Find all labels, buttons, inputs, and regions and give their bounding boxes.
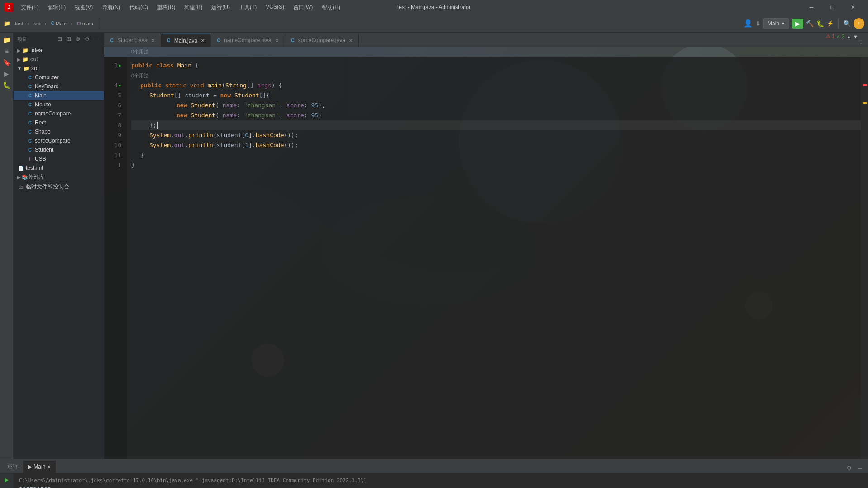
- code-line-6: new Student( name: "zhangsan", score: 95…: [131, 100, 861, 110]
- code-content[interactable]: public class Main { 0个用法 public static v…: [127, 57, 861, 459]
- file-tree: 项目 ⊟ ⊞ ⊛ ⚙ ─ ▶ 📁 .idea ▶ 📁 out ▼ 📁 src: [14, 33, 104, 459]
- error-marker: [863, 84, 867, 86]
- project-icon[interactable]: 📁: [2, 35, 12, 45]
- bracket-open: {: [195, 61, 199, 71]
- maximize-button[interactable]: □: [822, 0, 843, 14]
- tab-main[interactable]: C Main.java ✕: [161, 34, 211, 47]
- collapse-all-icon[interactable]: ⊟: [56, 35, 64, 43]
- cls-student3: Student: [191, 100, 215, 110]
- tree-close-icon[interactable]: ─: [92, 35, 100, 43]
- notifications-button[interactable]: !: [854, 18, 864, 29]
- java-class-icon: C: [290, 37, 296, 43]
- java-class-icon: C: [26, 128, 33, 135]
- tree-item-namecompare[interactable]: C nameCompare: [14, 109, 104, 118]
- run-icon[interactable]: ▶: [2, 69, 12, 79]
- dot1: .: [171, 130, 174, 140]
- kw-new3: new: [176, 110, 191, 120]
- tab-namecompare[interactable]: C nameCompare.java ✕: [211, 34, 285, 47]
- menu-tools[interactable]: 工具(T): [235, 3, 260, 12]
- menu-navigate[interactable]: 导航(N): [98, 3, 124, 12]
- menu-refactor[interactable]: 重构(R): [153, 3, 179, 12]
- debug-button[interactable]: 🐛: [816, 20, 824, 27]
- minimize-button[interactable]: ─: [801, 0, 822, 14]
- tree-item-student[interactable]: C Student: [14, 145, 104, 154]
- var-student: student: [185, 91, 213, 100]
- menu-help[interactable]: 帮助(H): [318, 3, 344, 12]
- num-1: 1: [245, 140, 248, 150]
- kw-new2: new: [176, 100, 191, 110]
- tree-item-sorcecompare[interactable]: C sorceCompare: [14, 136, 104, 145]
- tree-item-out[interactable]: ▶ 📁 out: [14, 55, 104, 64]
- run-button[interactable]: ▶: [792, 19, 803, 29]
- chevron-down-icon[interactable]: ▼: [853, 34, 858, 39]
- tree-item-keyboard[interactable]: C KeyBoard: [14, 82, 104, 91]
- tree-item-temp[interactable]: 🗂 临时文件和控制台: [14, 182, 104, 191]
- vcs-update-icon[interactable]: ⬇: [755, 20, 761, 27]
- field-out2: out: [174, 140, 185, 150]
- coverage-button[interactable]: ⚡: [827, 20, 834, 27]
- meth-println: println: [188, 130, 213, 140]
- titlebar: J 文件(F) 编辑(E) 视图(V) 导航(N) 代码(C) 重构(R) 构建…: [0, 0, 868, 14]
- cls-string: String: [225, 81, 247, 91]
- run-tab-close[interactable]: ✕: [47, 464, 51, 469]
- tree-item-label: out: [30, 56, 38, 62]
- tree-item-rect[interactable]: C Rect: [14, 118, 104, 127]
- build-button[interactable]: 🔨: [806, 20, 814, 27]
- settings-btn[interactable]: ⚙: [844, 464, 854, 473]
- menu-file[interactable]: 文件(F): [17, 3, 42, 12]
- breadcrumb-test[interactable]: test: [12, 19, 26, 28]
- tree-item-mouse[interactable]: C Mouse: [14, 100, 104, 109]
- bookmarks-icon[interactable]: 🔖: [2, 57, 12, 67]
- java-class-icon: C: [26, 119, 33, 126]
- tree-item-src[interactable]: ▼ 📁 src: [14, 64, 104, 73]
- console-output[interactable]: C:\Users\Administrator\.jdks\corretto-17…: [14, 473, 868, 488]
- tree-item-idea[interactable]: ▶ 📁 .idea: [14, 46, 104, 55]
- bottom-tabs: 运行: ▶ Main ✕ ⚙ ─: [0, 459, 868, 473]
- tree-item-main[interactable]: C Main: [14, 91, 104, 100]
- tab-close-icon[interactable]: ✕: [274, 37, 280, 43]
- expand-all-icon[interactable]: ⊞: [65, 35, 73, 43]
- paren: (: [222, 81, 225, 91]
- menu-edit[interactable]: 编辑(E): [44, 3, 69, 12]
- meth-hashcode: hashCode: [256, 130, 284, 140]
- menu-view[interactable]: 视图(V): [71, 3, 96, 12]
- tab-sorcecompare[interactable]: C sorceCompare.java ✕: [285, 34, 359, 47]
- settings-icon[interactable]: ⚙: [83, 35, 91, 43]
- line-num-class-hint: [104, 71, 123, 81]
- kw-new: new: [220, 91, 234, 100]
- breadcrumb-main-class[interactable]: C Main: [48, 19, 69, 28]
- chevron-up-icon[interactable]: ▲: [846, 34, 851, 39]
- tree-item-label: KeyBoard: [35, 83, 59, 90]
- structure-icon[interactable]: ≡: [2, 46, 12, 56]
- menu-build[interactable]: 构建(B): [181, 3, 206, 12]
- filter-icon[interactable]: ⊛: [74, 35, 82, 43]
- menu-vcs[interactable]: VCS(S): [262, 3, 288, 12]
- run-tab-main[interactable]: ▶ Main ✕: [23, 461, 56, 473]
- menu-code[interactable]: 代码(C): [126, 3, 152, 12]
- tab-student[interactable]: C Student.java ✕: [104, 34, 161, 47]
- tree-item-iml[interactable]: 📄 test.iml: [14, 163, 104, 172]
- num-95: 95: [311, 100, 318, 110]
- tab-close-icon[interactable]: ✕: [200, 38, 206, 44]
- tree-item-computer[interactable]: C Computer: [14, 73, 104, 82]
- code-editor[interactable]: 3 ▶ 4 ▶ 5 6 7 8 9 10 11 1 public class M…: [104, 57, 868, 459]
- tree-item-external-libs[interactable]: ▶ 📚 外部库: [14, 172, 104, 182]
- tree-item-shape[interactable]: C Shape: [14, 127, 104, 136]
- user-icon[interactable]: 👤: [744, 19, 753, 28]
- tree-item-usb[interactable]: I USB: [14, 154, 104, 163]
- minimize-panel-btn[interactable]: ─: [855, 464, 864, 473]
- run-play-btn[interactable]: ▶: [2, 475, 12, 485]
- menu-window[interactable]: 窗口(W): [290, 3, 316, 12]
- debug-side-icon[interactable]: 🐛: [2, 80, 12, 90]
- breadcrumb-main-method[interactable]: m main: [75, 19, 96, 28]
- menu-run[interactable]: 运行(U): [208, 3, 234, 12]
- breadcrumb-src[interactable]: src: [31, 19, 43, 28]
- branch-selector[interactable]: Main ▼: [763, 18, 789, 29]
- code-line-close: }: [131, 160, 861, 170]
- search-everywhere-button[interactable]: 🔍: [843, 20, 851, 27]
- paren7: ());: [284, 130, 298, 140]
- tab-close-icon[interactable]: ✕: [348, 37, 354, 43]
- close-button[interactable]: ✕: [843, 0, 863, 14]
- tab-close-icon[interactable]: ✕: [150, 37, 156, 43]
- tab-label: Main.java: [174, 38, 197, 44]
